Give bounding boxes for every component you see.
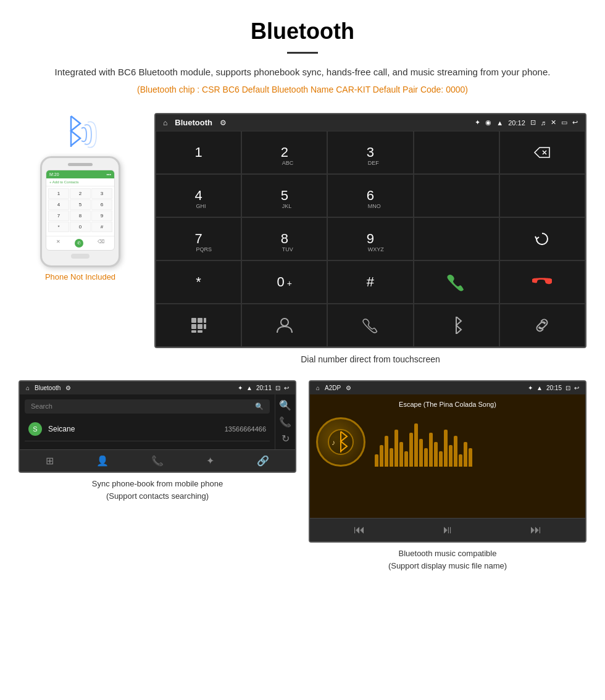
music-signal-icon: ▲ [536,385,543,391]
eq-bar-20 [469,448,472,467]
phone-section: M:20▪▪▪ + Add to Contacts 1 2 3 4 5 6 7 … [19,113,142,281]
phone-green-bar: M:20▪▪▪ [46,170,114,178]
lower-screenshots: ⌂ Bluetooth ⚙ ✦ ▲ 20:11 ⊡ ↩ Search [0,380,605,575]
music-content: Escape (The Pina Colada Song) ♪ [310,394,585,518]
eq-bar-10 [419,439,423,467]
dialpad-key-0[interactable]: 0+ [241,260,327,304]
music-caption: Bluetooth music compatible (Support disp… [382,543,513,575]
svg-rect-3 [191,318,196,323]
phone-key-star[interactable]: * [48,222,69,232]
search-placeholder[interactable]: Search [31,402,52,410]
dialpad-end-call-button[interactable] [499,260,585,304]
search-icon[interactable]: 🔍 [255,402,264,410]
dialpad-refresh[interactable] [499,217,585,260]
page-description: Integrated with BC6 Bluetooth module, su… [37,65,568,80]
back-icon[interactable]: ↩ [572,119,578,127]
dialpad-backspace[interactable] [499,131,585,174]
bluetooth-specs: (Bluetooth chip : CSR BC6 Default Blueto… [37,85,568,94]
music-camera-icon[interactable]: ⊡ [565,385,570,391]
phone-call-button[interactable]: ✆ [75,239,83,248]
dialpad-body: 1 2ABC 3DEF [156,131,585,347]
phone-key-4[interactable]: 4 [48,199,69,210]
phonebook-bt-icon: ✦ [238,385,243,391]
music-time: 20:15 [546,385,562,391]
eq-bar-8 [409,433,413,467]
music-play-pause-icon[interactable]: ⏯ [442,523,453,536]
svg-rect-7 [198,324,202,329]
phonebook-nav-phone[interactable]: 📞 [151,455,164,467]
music-prev-icon[interactable]: ⏮ [354,523,365,536]
phonebook-usb-icon: ⚙ [65,385,71,391]
phonebook-nav-bt[interactable]: ✦ [206,455,214,467]
dialpad-key-8[interactable]: 8TUV [241,217,327,260]
music-album-area: ♪ [316,417,579,467]
phone-key-0[interactable]: 0 [70,222,91,232]
dialpad-call-button[interactable] [414,260,499,304]
phonebook-nav-link[interactable]: 🔗 [257,455,269,467]
phonebook-search-side-icon[interactable]: 🔍 [279,399,291,411]
phonebook-home-icon[interactable]: ⌂ [26,385,30,391]
dialpad-key-9[interactable]: 9WXYZ [327,217,413,260]
phonebook-statusbar: ⌂ Bluetooth ⚙ ✦ ▲ 20:11 ⊡ ↩ [20,381,295,394]
music-bottom-controls: ⏮ ⏯ ⏭ [310,518,585,541]
phone-key-9[interactable]: 9 [91,210,112,221]
phone-key-1[interactable]: 1 [48,188,69,199]
dialpad-key-2[interactable]: 2ABC [241,131,327,174]
music-home-icon[interactable]: ⌂ [316,385,320,391]
dialpad-key-1[interactable]: 1 [156,131,241,174]
volume-icon[interactable]: ♬ [541,119,546,127]
phonebook-content: Search 🔍 S Seicane 13566664466 [20,394,275,446]
dialpad-key-3[interactable]: 3DEF [327,131,413,174]
phone-key-8[interactable]: 8 [70,210,91,221]
dialpad-nav-grid[interactable] [156,304,241,347]
refresh-icon [534,231,550,247]
music-album-art: ♪ [316,417,365,467]
phonebook-refresh-side-icon[interactable]: ↻ [282,433,290,444]
dialpad-nav-bluetooth[interactable] [414,304,499,347]
phonebook-nav-grid[interactable]: ⊞ [46,455,54,467]
contact-letter: S [28,422,42,436]
home-icon[interactable]: ⌂ [163,119,167,127]
window-icon[interactable]: ▭ [561,119,567,127]
dialpad-key-6[interactable]: 6MNO [327,174,413,217]
music-next-icon[interactable]: ⏭ [530,523,541,536]
eq-bar-15 [444,430,448,467]
dialpad-nav-link[interactable] [499,304,585,347]
phonebook-time: 20:11 [256,385,272,391]
contact-row[interactable]: S Seicane 13566664466 [25,417,270,441]
phone-key-3[interactable]: 3 [91,188,112,199]
svg-rect-8 [204,324,206,329]
music-statusbar-title: A2DP [325,385,341,391]
usb-icon: ⚙ [220,119,227,127]
grid-icon [190,317,207,334]
phonebook-call-side-icon[interactable]: 📞 [279,416,291,428]
phonebook-sidebar: 🔍 📞 ↻ [275,394,295,449]
phone-keypad: 1 2 3 4 5 6 7 8 9 * 0 # [46,186,114,234]
phone-key-7[interactable]: 7 [48,210,69,221]
phone-key-2[interactable]: 2 [70,188,91,199]
svg-rect-10 [198,330,202,333]
camera-icon[interactable]: ⊡ [530,119,536,127]
phone-speaker [68,163,93,166]
large-device-screen: ⌂ Bluetooth ⚙ ✦ ◉ ▲ 20:12 ⊡ ♬ ✕ ▭ ↩ [154,113,586,348]
dialpad-key-4[interactable]: 4GHI [156,174,241,217]
phone-key-5[interactable]: 5 [70,199,91,210]
dialpad-key-7[interactable]: 7PQRS [156,217,241,260]
dialpad-key-hash[interactable]: # [327,260,413,304]
dialpad-nav-call[interactable] [327,304,413,347]
eq-bar-13 [434,442,438,467]
phone-bottom-bar: ✕ ✆ ⌫ [46,236,114,250]
phone-key-hash[interactable]: # [91,222,112,232]
end-call-icon [532,272,552,292]
close-icon[interactable]: ✕ [551,119,556,127]
phonebook-back-icon[interactable]: ↩ [284,385,289,391]
dialpad-key-5[interactable]: 5JKL [241,174,327,217]
dialpad-nav-contacts[interactable] [241,304,327,347]
phonebook-nav-person[interactable]: 👤 [96,455,109,467]
music-back-icon[interactable]: ↩ [574,385,579,391]
svg-rect-4 [198,318,202,323]
dialpad-key-star[interactable]: * [156,260,241,304]
dialpad-display [414,131,499,174]
phone-key-6[interactable]: 6 [91,199,112,210]
phonebook-camera-icon[interactable]: ⊡ [275,385,280,391]
